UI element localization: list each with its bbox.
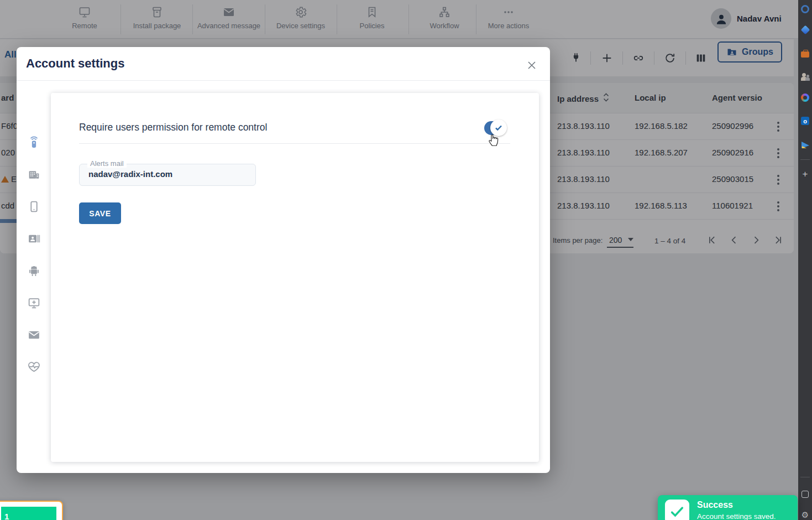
- monitor-plus-icon: [27, 296, 41, 310]
- alerts-mail-input[interactable]: [88, 169, 249, 179]
- toast-title: Success: [697, 500, 733, 510]
- sidebar-item-remote-control[interactable]: [25, 134, 42, 150]
- sidebar-divider: [800, 477, 810, 477]
- modal-sidebar: [17, 81, 51, 473]
- alerts-mail-label: Alerts mail: [87, 159, 127, 168]
- outlook-icon[interactable]: o: [800, 116, 810, 126]
- browser-loop-icon[interactable]: [800, 4, 810, 14]
- m365-icon[interactable]: [800, 93, 810, 102]
- mail-icon: [27, 328, 41, 342]
- close-icon[interactable]: [526, 59, 538, 71]
- sidebar-item-company[interactable]: [25, 166, 42, 183]
- sidebar-divider: [800, 159, 810, 160]
- workspace-icon[interactable]: [800, 490, 810, 499]
- browser-sidebar: o + ⚙: [798, 0, 812, 520]
- sidebar-item-device-health[interactable]: [25, 358, 42, 375]
- alerts-mail-field: Alerts mail: [79, 164, 256, 186]
- sidebar-item-mobile-devices[interactable]: [25, 198, 42, 215]
- permission-label: Require users permission for remote cont…: [79, 122, 267, 133]
- settings-panel: Require users permission for remote cont…: [51, 93, 539, 462]
- android-icon: [27, 264, 41, 278]
- save-button[interactable]: SAVE: [79, 202, 121, 224]
- contacts-icon: [27, 232, 41, 246]
- sidebar-item-contacts[interactable]: [25, 230, 42, 247]
- row-divider: [79, 143, 510, 144]
- heart-pulse-icon: [27, 360, 41, 374]
- modal-title: Account settings: [26, 56, 124, 71]
- hand-cursor: [486, 131, 503, 148]
- browser-drop-icon[interactable]: [800, 25, 810, 34]
- sidebar-item-add-device[interactable]: [25, 294, 42, 311]
- corner-notification[interactable]: 1: [0, 501, 63, 520]
- toast-message: Account settings saved.: [697, 512, 776, 520]
- send-icon[interactable]: [800, 140, 810, 149]
- sidebar-item-android[interactable]: [25, 262, 42, 279]
- company-icon: [27, 168, 41, 181]
- briefcase-icon[interactable]: [800, 50, 810, 59]
- add-extension-icon[interactable]: +: [800, 169, 810, 179]
- remote-control-icon: [27, 136, 41, 149]
- people-icon[interactable]: [800, 72, 810, 81]
- success-check-icon: [665, 500, 689, 520]
- settings-gear-icon[interactable]: ⚙: [800, 510, 810, 519]
- corner-notification-bar: 1: [1, 507, 56, 520]
- success-toast[interactable]: Success Account settings saved.: [658, 495, 798, 520]
- sidebar-item-mail[interactable]: [25, 326, 42, 343]
- screen: Remote Install package Advanced message …: [0, 0, 812, 520]
- modal-header-divider: [17, 80, 550, 81]
- corner-notification-value: 1: [4, 512, 9, 520]
- account-settings-modal: Account settings: [17, 47, 550, 473]
- smartphone-icon: [27, 200, 41, 214]
